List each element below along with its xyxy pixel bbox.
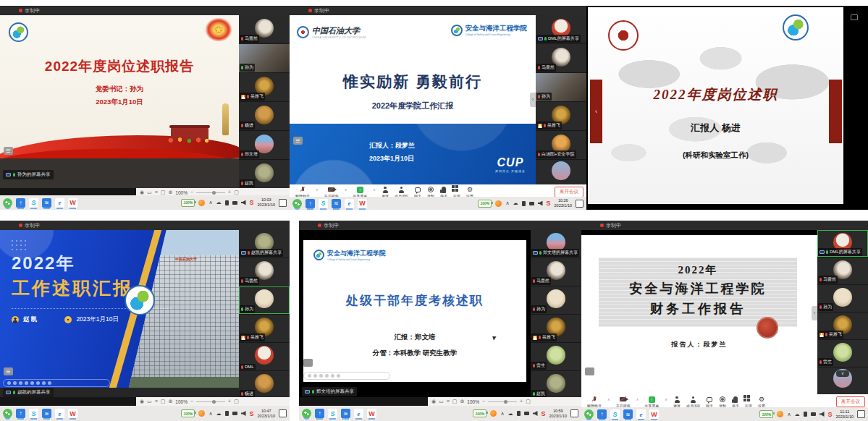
tray-360-icon[interactable]	[198, 410, 205, 417]
participant-tile[interactable]: 孙为	[536, 73, 586, 101]
zoom-slider[interactable]	[196, 192, 225, 193]
tray-recorder-icon[interactable]: S	[542, 410, 546, 417]
participant-tile[interactable]: DML	[239, 343, 290, 370]
presenter-menu-button[interactable]: ☰	[4, 367, 13, 375]
eye-icon[interactable]: ◉	[140, 397, 144, 406]
expand-caret-icon[interactable]: ∧	[665, 397, 667, 401]
tray-cloud-icon[interactable]: ☁	[795, 407, 800, 421]
members-button[interactable]: 成员(64)	[686, 396, 700, 408]
tray-recorder-icon[interactable]: S	[250, 410, 254, 417]
participant-tile[interactable]: ∨	[817, 367, 868, 394]
tray-camera-icon[interactable]	[811, 412, 816, 416]
tray-cloud-icon[interactable]: ☁	[513, 196, 518, 210]
presenter-menu-button[interactable]	[303, 359, 313, 367]
tray-speaker-icon[interactable]	[241, 200, 246, 205]
participant-tile[interactable]: 马蕾然	[239, 258, 290, 286]
taskbar-clock[interactable]: 10:592023/1/10	[549, 409, 567, 419]
invite-button[interactable]: 邀请	[673, 396, 681, 408]
taskbar-app-meeting[interactable]: S	[328, 409, 337, 418]
taskbar-app-meeting[interactable]: S	[29, 198, 38, 208]
taskbar-app-wechat[interactable]	[3, 198, 12, 208]
participant-tile[interactable]: DML的屏幕共享	[536, 15, 586, 43]
taskbar-app-ie[interactable]: e	[55, 198, 64, 208]
zoom-out-icon[interactable]: −	[190, 397, 193, 406]
notification-icon[interactable]	[857, 410, 865, 418]
taskbar-clock[interactable]: 11:112023/1/10	[836, 409, 854, 420]
page-view-icon[interactable]: ▭	[147, 397, 152, 406]
taskbar-app-ie[interactable]: e	[55, 409, 64, 418]
mute-button[interactable]: 解除静音	[587, 396, 602, 408]
participant-tile[interactable]: 孙为	[239, 286, 290, 314]
annotate-icon[interactable]: ⊕	[168, 397, 172, 406]
participant-tile[interactable]: DML的屏幕共享	[817, 230, 868, 257]
taskbar-app-docs[interactable]: ≈	[341, 409, 350, 418]
sidebar-collapse-tab[interactable]: ›	[812, 306, 817, 320]
taskbar-clock[interactable]: 10:472023/1/10	[258, 409, 275, 419]
taskbar-app-docs[interactable]: ≈	[623, 409, 633, 419]
participant-tile[interactable]: 杨进	[239, 371, 290, 397]
annotation-toolbar[interactable]	[3, 379, 110, 387]
participant-tile[interactable]: 吴雅飞	[536, 102, 586, 130]
tray-360-icon[interactable]	[490, 410, 497, 417]
participant-tile[interactable]: 赵凯	[239, 160, 290, 188]
sidebar-collapse-tab[interactable]: ›	[530, 93, 536, 107]
zoom-out-icon[interactable]: −	[482, 397, 485, 406]
tray-caret-icon[interactable]: ∧	[505, 196, 509, 210]
participant-tile[interactable]: 郑文培	[239, 131, 290, 159]
taskbar-app-wps[interactable]: W	[367, 409, 376, 418]
participant-tile[interactable]: 吴雅飞	[239, 73, 290, 101]
taskbar-app-wps[interactable]: W	[358, 199, 367, 208]
taskbar-app-wechat[interactable]	[292, 199, 302, 208]
participant-tile[interactable]: 马蕾然	[817, 258, 868, 284]
taskbar-app-drive[interactable]: ↑	[16, 198, 25, 208]
leave-meeting-button[interactable]: 离开会议	[836, 396, 865, 407]
tray-cloud-icon[interactable]: ☁	[216, 407, 222, 421]
zoom-level[interactable]: 100%	[467, 399, 479, 404]
record-button[interactable]: 录制	[719, 396, 726, 408]
tray-recorder-icon[interactable]: S	[250, 199, 254, 206]
participant-tile[interactable]: 吴雅飞	[531, 315, 581, 342]
view-zoom-bar[interactable]: ◉ ▭ ≡ ▢ ⊕ 100% − + ▢	[428, 397, 581, 406]
leave-meeting-button[interactable]: 离开会议	[555, 187, 583, 197]
tray-recorder-icon[interactable]: S	[828, 411, 833, 418]
settings-button[interactable]: ⚙设置	[758, 396, 765, 408]
presenter-menu-button[interactable]: ☰	[4, 147, 13, 155]
tray-cloud-icon[interactable]: ☁	[216, 195, 222, 210]
annotation-toolbar[interactable]	[303, 372, 390, 380]
taskbar-app-ie[interactable]: e	[636, 409, 646, 419]
tray-camera-icon[interactable]	[232, 201, 237, 205]
taskbar-app-drive[interactable]: ↑	[597, 409, 607, 419]
annotate-icon[interactable]: ⊕	[460, 397, 464, 406]
zoom-level[interactable]: 100%	[175, 399, 187, 404]
participant-tile[interactable]: 赵凯	[531, 371, 581, 397]
notification-icon[interactable]	[279, 199, 287, 207]
participant-tile[interactable]: 雷生	[531, 343, 581, 370]
taskbar-app-wps[interactable]: W	[68, 409, 77, 418]
tray-speaker-icon[interactable]	[241, 411, 246, 416]
taskbar-app-wps[interactable]: W	[68, 198, 77, 208]
expand-caret-icon[interactable]: ∧	[345, 187, 347, 192]
taskbar-app-docs[interactable]: ≈	[332, 199, 341, 208]
tray-speaker-icon[interactable]	[819, 412, 825, 417]
tray-caret-icon[interactable]: ∧	[208, 407, 212, 421]
zoom-level[interactable]: 100%	[175, 190, 187, 195]
taskbar-app-meeting[interactable]: S	[610, 409, 620, 419]
raise-hand-button[interactable]: 举手	[732, 396, 739, 408]
tray-360-icon[interactable]	[495, 200, 502, 207]
tray-camera-icon[interactable]	[232, 412, 237, 415]
share-screen-button[interactable]: ↑共享屏幕	[644, 396, 659, 408]
page-view-icon[interactable]: ▭	[439, 397, 444, 406]
eye-icon[interactable]: ◉	[431, 397, 436, 406]
participant-tile[interactable]: 杨进	[239, 102, 290, 130]
fullscreen-icon[interactable]: ▢	[526, 397, 531, 406]
window-controls-icon[interactable]	[851, 14, 858, 20]
participant-tile[interactable]: 吴雅飞	[239, 315, 290, 342]
tray-mic-icon[interactable]	[804, 412, 807, 417]
tray-mic-icon[interactable]	[225, 200, 229, 205]
tray-recorder-icon[interactable]: S	[547, 200, 551, 207]
outline-view-icon[interactable]: ≡	[155, 397, 158, 406]
chat-button[interactable]: 聊天	[706, 396, 713, 408]
fit-page-icon[interactable]: ▢	[161, 397, 166, 406]
notification-icon[interactable]	[570, 409, 578, 417]
taskbar-app-ie[interactable]: e	[354, 409, 363, 418]
